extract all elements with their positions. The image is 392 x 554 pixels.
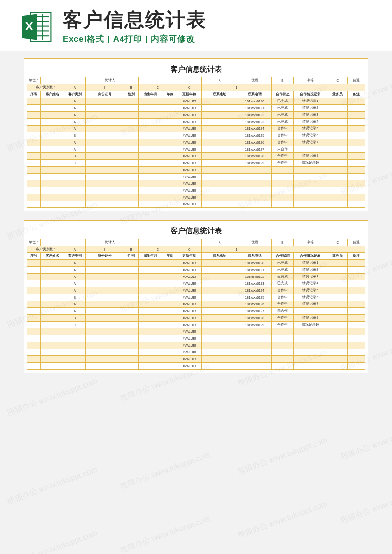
row-category: A — [65, 105, 85, 112]
row-phone: 181xxxx0123 — [238, 119, 271, 126]
table-row: A #VALUE! 181xxxx0126 合作中 情况记录7 — [27, 139, 365, 146]
row-status: 合作中 — [271, 294, 293, 301]
row-age: #VALUE! — [177, 287, 201, 294]
row-record: 情况记录6 — [294, 294, 327, 301]
table-row: A #VALUE! 181xxxx0124 合作中 情况记录5 — [27, 126, 365, 132]
class-c-value: 普通 — [348, 239, 365, 246]
row-category: A — [65, 98, 85, 105]
row-status: 已完成 — [271, 274, 293, 280]
row-category: B — [65, 153, 85, 160]
cat-c-count: 1 — [201, 246, 271, 253]
row-age: #VALUE! — [177, 160, 201, 167]
row-status: 合作中 — [271, 315, 293, 322]
row-age: #VALUE! — [177, 126, 201, 132]
row-status: 已完成 — [271, 280, 293, 287]
row-status — [271, 356, 293, 363]
row-category — [65, 167, 85, 174]
row-status: 合作中 — [271, 126, 293, 132]
row-phone: 181xxxx0124 — [238, 126, 271, 132]
column-header-6: 年龄 — [163, 91, 177, 98]
class-a-value: 优质 — [238, 239, 271, 246]
row-status — [271, 335, 293, 342]
cat-a-count: 7 — [85, 246, 124, 253]
row-record: 情况记录9 — [294, 315, 327, 322]
column-header-9: 联系电话 — [238, 91, 271, 98]
row-category — [65, 335, 85, 342]
row-age: #VALUE! — [177, 194, 201, 201]
cat-b: B — [124, 84, 139, 91]
statistician-value — [139, 239, 201, 246]
table-row: B #VALUE! 181xxxx0125 合作中 情况记录6 — [27, 132, 365, 139]
row-phone — [238, 328, 271, 335]
sheet-title: 客户信息统计表 — [27, 224, 365, 239]
row-record: 情况记录6 — [294, 132, 327, 139]
svg-text:X: X — [25, 20, 33, 33]
column-header-0: 序号 — [27, 253, 41, 260]
row-phone: 181xxxx0121 — [238, 105, 271, 112]
row-category — [65, 201, 85, 208]
spreadsheet-table: 单位： 统计人： A 优质 B 中等 C 普通 客户类别数： A 7 B 2 C… — [27, 77, 365, 208]
row-record — [294, 174, 327, 180]
row-status — [271, 349, 293, 356]
cat-a: A — [65, 84, 85, 91]
row-age: #VALUE! — [177, 153, 201, 160]
watermark: 熊猫办公 www.tukuppt.com — [6, 528, 98, 554]
row-status: 已完成 — [271, 98, 293, 105]
table-row: C #VALUE! 181xxxx0129 合作中 情况记录10 — [27, 322, 365, 328]
row-status — [271, 174, 293, 180]
row-phone: 181xxxx0122 — [238, 112, 271, 119]
row-category — [65, 349, 85, 356]
row-record — [294, 363, 327, 370]
class-c-label: C — [327, 239, 348, 246]
cat-c: C — [177, 246, 201, 253]
header-text: 客户信息统计表 Excel格式 | A4打印 | 内容可修改 — [63, 9, 372, 45]
row-status — [271, 328, 293, 335]
row-record — [294, 349, 327, 356]
row-status — [271, 187, 293, 194]
table-row: #VALUE! — [27, 356, 365, 363]
column-header-5: 出生年月 — [139, 253, 163, 260]
class-c-value: 普通 — [348, 77, 365, 84]
row-age: #VALUE! — [177, 174, 201, 180]
row-category — [65, 328, 85, 335]
row-phone: 181xxxx0127 — [238, 308, 271, 315]
column-header-7: 更新年龄 — [177, 253, 201, 260]
table-row: A #VALUE! 181xxxx0121 已完成 情况记录2 — [27, 105, 365, 112]
table-row: C #VALUE! 181xxxx0129 合作中 情况记录10 — [27, 160, 365, 167]
row-age: #VALUE! — [177, 280, 201, 287]
row-record: 情况记录10 — [294, 322, 327, 328]
unit-label: 单位： — [27, 77, 41, 84]
row-record: 情况记录7 — [294, 301, 327, 308]
row-status — [271, 363, 293, 370]
row-age: #VALUE! — [177, 132, 201, 139]
table-row: B #VALUE! 181xxxx0125 合作中 情况记录6 — [27, 294, 365, 301]
column-header-10: 合作状态 — [271, 91, 293, 98]
column-header-2: 客户类别 — [65, 91, 85, 98]
column-header-13: 备注 — [348, 91, 365, 98]
table-row: #VALUE! — [27, 174, 365, 180]
row-age: #VALUE! — [177, 308, 201, 315]
column-header-7: 更新年龄 — [177, 91, 201, 98]
row-age: #VALUE! — [177, 187, 201, 194]
row-age: #VALUE! — [177, 119, 201, 126]
row-category — [65, 342, 85, 349]
table-row: A #VALUE! 181xxxx0126 合作中 情况记录7 — [27, 301, 365, 308]
row-age: #VALUE! — [177, 356, 201, 363]
column-header-8: 联系地址 — [201, 91, 238, 98]
row-category — [65, 180, 85, 187]
row-age: #VALUE! — [177, 139, 201, 146]
column-header-11: 合作情况记录 — [294, 91, 327, 98]
row-status — [271, 342, 293, 349]
row-age: #VALUE! — [177, 146, 201, 153]
row-phone — [238, 363, 271, 370]
row-record — [294, 187, 327, 194]
watermark: 熊猫办公 www.tukuppt.com — [236, 499, 329, 541]
table-row: #VALUE! — [27, 201, 365, 208]
row-record — [294, 194, 327, 201]
row-age: #VALUE! — [177, 301, 201, 308]
statistician-label: 统计人： — [85, 239, 139, 246]
row-age: #VALUE! — [177, 315, 201, 322]
row-record: 情况记录7 — [294, 139, 327, 146]
row-status: 已完成 — [271, 267, 293, 274]
row-status: 已完成 — [271, 119, 293, 126]
